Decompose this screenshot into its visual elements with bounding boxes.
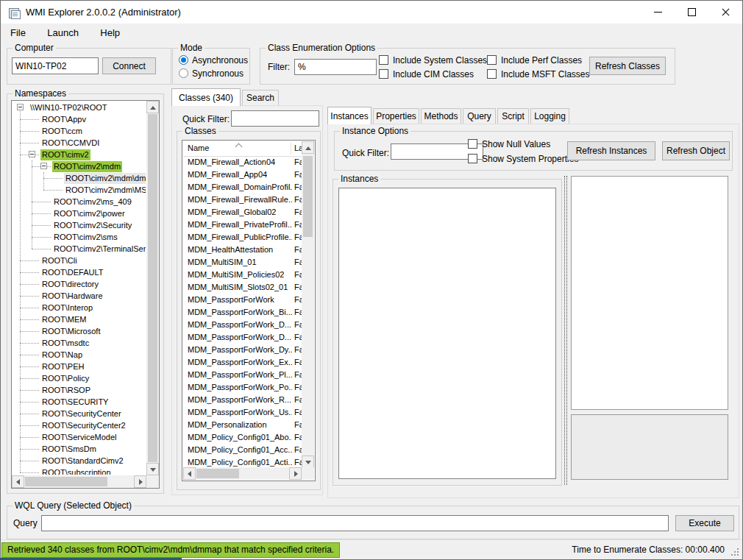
class-list-row[interactable]: MDM_PassportForWork_Po...Fa	[183, 381, 302, 394]
namespace-tree-item[interactable]: ROOT\ServiceModel	[13, 431, 146, 443]
namespace-tree-item[interactable]: ROOT\CCMVDI	[13, 137, 146, 149]
class-list-row[interactable]: MDM_Policy_Config01_Abo...Fa	[183, 431, 302, 444]
tab-instances[interactable]: Instances	[327, 107, 372, 124]
radio-asynchronous[interactable]	[179, 55, 188, 65]
namespace-tree-item[interactable]: ROOT\Policy	[13, 372, 146, 384]
tab-search[interactable]: Search	[242, 90, 279, 105]
namespaces-horizontal-scrollbar[interactable]	[12, 475, 146, 488]
class-list-row[interactable]: MDM_Policy_Config01_Acc...Fa	[183, 444, 302, 456]
classes-quick-filter-input[interactable]	[231, 110, 319, 127]
scroll-left-button[interactable]	[183, 467, 196, 480]
class-list-row[interactable]: MDM_PassportForWork_Us...Fa	[183, 406, 302, 419]
namespace-tree-item[interactable]: ROOT\cimv2\sms	[13, 231, 146, 243]
class-list-row[interactable]: MDM_MultiSIM_Slots02_01Fa	[183, 281, 302, 294]
namespace-tree-item[interactable]: ROOT\PEH	[13, 361, 146, 372]
include-perf-classes-checkbox[interactable]	[487, 55, 497, 65]
classes-vertical-scrollbar[interactable]	[302, 141, 314, 468]
radio-synchronous[interactable]	[179, 68, 188, 78]
refresh-object-button[interactable]: Refresh Object	[662, 141, 730, 160]
namespace-tree-item[interactable]: ROOT\SecurityCenter2	[13, 419, 146, 431]
classes-list-header[interactable]: Name La	[183, 141, 302, 157]
include-system-classes-checkbox[interactable]	[379, 55, 388, 65]
namespace-tree-item[interactable]: ROOT\cimv2\power	[13, 208, 146, 219]
class-list-row[interactable]: MDM_PassportForWork_D...Fa	[183, 319, 302, 331]
class-list-row[interactable]: MDM_Firewall_PublicProfile...Fa	[183, 231, 302, 244]
scrollbar-thumb[interactable]	[148, 114, 157, 462]
class-list-row[interactable]: MDM_Firewall_PrivateProfil...Fa	[183, 219, 302, 231]
tree-collapse-icon[interactable]	[29, 151, 35, 157]
class-list-row[interactable]: MDM_Firewall_DomainProfil...Fa	[183, 181, 302, 194]
class-list-row[interactable]: MDM_PassportForWork_R...Fa	[183, 394, 302, 406]
namespace-tree-item[interactable]: ROOT\RSOP	[13, 384, 146, 396]
namespace-tree-item[interactable]: ROOT\cimv2	[13, 149, 146, 160]
namespace-tree-item[interactable]: ROOT\ccm	[13, 125, 146, 137]
namespace-tree-item[interactable]: ROOT\cimv2\TerminalServ	[13, 243, 146, 255]
class-list-row[interactable]: MDM_MultiSIM_Policies02Fa	[183, 269, 302, 281]
scroll-right-button[interactable]	[134, 475, 146, 488]
instances-list[interactable]	[338, 188, 556, 479]
scrollbar-thumb[interactable]	[303, 156, 313, 237]
tab-classes[interactable]: Classes (340)	[171, 88, 241, 106]
query-input[interactable]	[41, 515, 669, 531]
tree-collapse-icon[interactable]	[17, 104, 24, 110]
namespace-tree-item[interactable]: ROOT\Interop	[13, 302, 146, 313]
tab-logging[interactable]: Logging	[530, 108, 569, 124]
computer-input[interactable]	[12, 57, 99, 74]
namespace-tree-item[interactable]: ROOT\Microsoft	[13, 325, 146, 337]
namespaces-vertical-scrollbar[interactable]	[146, 101, 159, 475]
menu-help[interactable]: Help	[90, 24, 129, 43]
namespace-tree-item[interactable]: ROOT\DEFAULT	[13, 266, 146, 278]
classes-horizontal-scrollbar[interactable]	[183, 467, 302, 480]
namespace-tree-item[interactable]: ROOT\subscription	[13, 467, 146, 475]
class-list-row[interactable]: MDM_HealthAttestationFa	[183, 244, 302, 256]
include-cim-classes-checkbox[interactable]	[379, 69, 388, 79]
menu-launch[interactable]: Launch	[38, 24, 88, 43]
namespace-tree-item[interactable]: \\WIN10-TP02\ROOT	[13, 102, 146, 113]
class-list-row[interactable]: MDM_Firewall_Global02Fa	[183, 206, 302, 219]
namespace-tree-item[interactable]: ROOT\Hardware	[13, 290, 146, 302]
class-list-row[interactable]: MDM_Policy_Config01_Acti...Fa	[183, 456, 302, 467]
class-list-row[interactable]: MDM_PersonalizationFa	[183, 419, 302, 431]
tab-query[interactable]: Query	[463, 108, 496, 124]
class-list-row[interactable]: MDM_PassportForWorkFa	[183, 294, 302, 306]
close-button[interactable]	[708, 1, 742, 24]
namespace-tree-item[interactable]: ROOT\SECURITY	[13, 396, 146, 408]
connect-button[interactable]: Connect	[102, 57, 156, 74]
class-list-row[interactable]: MDM_PassportForWork_Ex...Fa	[183, 356, 302, 369]
namespace-tree-item[interactable]: ROOT\Appv	[13, 113, 146, 125]
class-list-row[interactable]: MDM_PassportForWork_Dy...Fa	[183, 344, 302, 356]
namespace-tree-item[interactable]: ROOT\StandardCimv2	[13, 455, 146, 467]
scrollbar-thumb[interactable]	[196, 469, 239, 478]
namespace-tree-item[interactable]: ROOT\SmsDm	[13, 443, 146, 455]
vertical-splitter[interactable]	[564, 176, 567, 485]
tab-methods[interactable]: Methods	[421, 108, 461, 124]
execute-button[interactable]: Execute	[675, 515, 734, 531]
scroll-up-button[interactable]	[302, 141, 314, 154]
tab-script[interactable]: Script	[497, 108, 529, 124]
class-list-row[interactable]: MDM_Firewall_Action04Fa	[183, 156, 302, 169]
namespace-tree-item[interactable]: ROOT\cimv2\ms_409	[13, 196, 146, 208]
namespace-tree-item[interactable]: ROOT\MEM	[13, 313, 146, 325]
namespace-tree-item[interactable]: ROOT\SecurityCenter	[13, 408, 146, 419]
class-list-row[interactable]: MDM_PassportForWork_Pl...Fa	[183, 369, 302, 381]
show-null-values-checkbox[interactable]	[468, 139, 477, 149]
namespace-tree-item[interactable]: ROOT\directory	[13, 278, 146, 290]
include-msft-classes-checkbox[interactable]	[487, 69, 497, 79]
class-list-row[interactable]: MDM_PassportForWork_Bi...Fa	[183, 306, 302, 319]
namespace-tree-item[interactable]: ROOT\cimv2\mdm\MS_409	[13, 184, 146, 196]
scroll-right-button[interactable]	[289, 467, 302, 480]
scroll-down-button[interactable]	[302, 456, 314, 468]
show-system-properties-checkbox[interactable]	[468, 154, 477, 163]
class-list-row[interactable]: MDM_Firewall_App04Fa	[183, 169, 302, 181]
menu-file[interactable]: File	[1, 24, 35, 43]
column-divider[interactable]	[291, 143, 291, 155]
object-detail-panel[interactable]	[571, 176, 728, 410]
namespace-tree-item[interactable]: ROOT\cimv2\mdm\dmmap	[13, 172, 146, 184]
class-list-row[interactable]: MDM_PassportForWork_D...Fa	[183, 331, 302, 344]
tree-collapse-icon[interactable]	[40, 163, 47, 169]
maximize-button[interactable]	[675, 1, 708, 24]
resize-grip-icon[interactable]	[737, 554, 739, 556]
refresh-classes-button[interactable]: Refresh Classes	[589, 57, 666, 75]
namespace-tree-item[interactable]: ROOT\cimv2\mdm	[13, 160, 146, 172]
scroll-left-button[interactable]	[12, 475, 24, 488]
